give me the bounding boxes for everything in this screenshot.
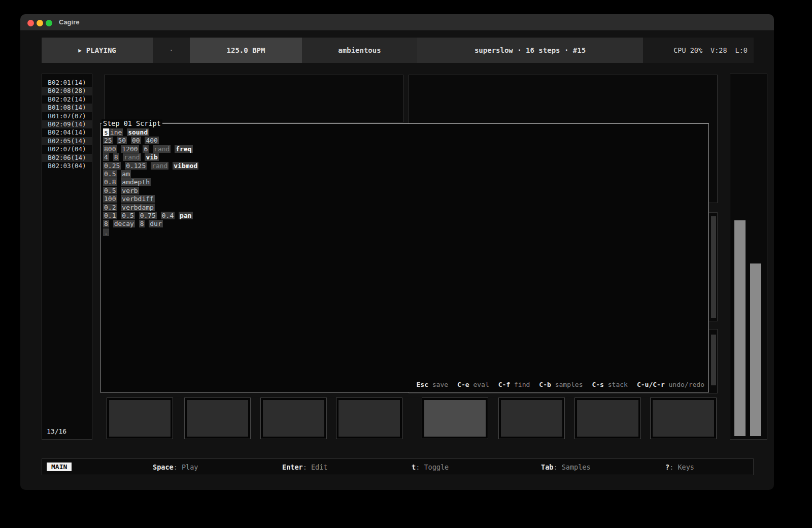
sample-item[interactable]: B02:01(14) — [42, 79, 92, 87]
keybinding-hint: Enter: Edit — [282, 463, 327, 471]
sample-item[interactable]: B01:08(14) — [42, 104, 92, 112]
step-cell[interactable] — [422, 398, 488, 439]
sample-item[interactable]: B02:07(04) — [42, 145, 92, 153]
keybinding-hint: t: Toggle — [412, 463, 449, 471]
script-token: am — [121, 170, 131, 178]
step-fill — [263, 400, 324, 437]
sample-item[interactable]: B01:07(07) — [42, 112, 92, 120]
minimize-window-icon[interactable] — [37, 20, 43, 26]
pattern-info[interactable]: superslow · 16 steps · #15 — [417, 38, 643, 63]
hint-desc: : Samples — [553, 463, 590, 471]
script-token: dur — [149, 220, 162, 227]
hint-desc: stack — [604, 381, 628, 388]
step-fill — [577, 400, 638, 437]
script-token: 0.5 — [121, 212, 134, 219]
script-token: 0.4 — [161, 212, 175, 219]
step-fill — [109, 400, 171, 437]
scrollbar[interactable] — [711, 216, 716, 318]
hint-desc: undo/redo — [665, 381, 704, 388]
close-window-icon[interactable] — [27, 20, 34, 26]
script-token: 00 — [131, 137, 141, 144]
script-line: 800 1200 6 rand freq — [103, 145, 703, 153]
script-token: 6 — [143, 145, 149, 153]
script-line: 0.5 am — [103, 170, 703, 178]
level-meter-left — [734, 220, 746, 436]
script-token: 4 — [103, 153, 109, 161]
script-token: 25 — [103, 137, 113, 144]
script-line: 0.2 verbdamp — [103, 204, 703, 212]
step-cell[interactable] — [650, 398, 717, 439]
level-meter-panel — [730, 74, 767, 440]
step-cell[interactable] — [336, 398, 402, 439]
sample-list: B02:01(14)B02:08(28)B02:02(14)B01:08(14)… — [42, 74, 92, 170]
sample-item[interactable]: B02:08(28) — [42, 87, 92, 95]
script-editor-modal: Step 01 Script sine sound25 50 00 400800… — [100, 123, 709, 392]
script-token: vibmod — [173, 162, 198, 170]
script-token: verbdiff — [121, 195, 155, 203]
step-cell[interactable] — [260, 398, 327, 439]
bpm-display[interactable]: 125.0 BPM — [190, 38, 302, 63]
hint-key: Enter — [282, 463, 303, 471]
sample-item[interactable]: B02:09(14) — [42, 120, 92, 128]
hint-desc: save — [428, 381, 448, 388]
hint-key: C-f — [498, 381, 510, 388]
script-line: 100 verbdiff — [103, 195, 703, 203]
zoom-window-icon[interactable] — [46, 20, 52, 26]
step-cell[interactable] — [184, 398, 251, 439]
script-token: 8 — [103, 220, 109, 227]
hint-desc: : Play — [174, 463, 198, 471]
app-window: Cagire ▶PLAYING · 125.0 BPM ambientous s… — [20, 14, 774, 490]
hint-desc: : Keys — [669, 463, 694, 471]
hint-key: Space — [153, 463, 174, 471]
script-line: 25 50 00 400 — [103, 137, 703, 145]
hint-key: ? — [665, 463, 669, 471]
sample-item[interactable]: B02:05(14) — [42, 137, 92, 145]
keybinding-hint: C-b samples — [539, 381, 583, 388]
script-token: 0.75 — [139, 212, 157, 219]
editor-keybinding-hints: Esc saveC-e evalC-f findC-b samplesC-s s… — [416, 381, 704, 388]
script-token: rand — [153, 145, 171, 153]
hint-desc: samples — [551, 381, 583, 388]
step-fill — [501, 400, 562, 437]
script-token: decay — [113, 220, 135, 227]
script-line: 4 8 rand vib — [103, 153, 703, 161]
sample-list-panel: B02:01(14)B02:08(28)B02:02(14)B01:08(14)… — [42, 74, 92, 440]
hint-desc: eval — [469, 381, 489, 388]
scrollbar[interactable] — [711, 335, 716, 385]
script-token: 50 — [117, 137, 127, 144]
step-fill — [424, 400, 486, 437]
sample-item[interactable]: B02:06(14) — [42, 154, 92, 162]
cpu-usage: CPU 20% — [673, 46, 702, 54]
script-token: 0.2 — [103, 204, 117, 211]
step-fill — [339, 400, 400, 437]
script-code[interactable]: sine sound25 50 00 400800 1200 6 rand fr… — [103, 128, 703, 237]
hint-key: C-b — [539, 381, 551, 388]
sample-item[interactable]: B02:04(14) — [42, 128, 92, 137]
script-token: 0.25 — [103, 162, 121, 170]
script-token: 8 — [113, 153, 119, 161]
script-token: 0.5 — [103, 187, 117, 194]
script-token: 0.125 — [125, 162, 147, 170]
sample-item[interactable]: B02:02(14) — [42, 95, 92, 104]
bottom-statusbar: MAIN Space: PlayEnter: Editt: ToggleTab:… — [42, 458, 754, 475]
script-token: vib — [145, 153, 158, 161]
step-cell[interactable] — [107, 398, 173, 439]
script-line: . — [103, 228, 703, 237]
step-cell[interactable] — [574, 398, 641, 439]
script-editor-title: Step 01 Script — [101, 119, 162, 127]
keybinding-hint: ?: Keys — [665, 463, 694, 471]
scene-name[interactable]: ambientous — [302, 38, 417, 63]
transport-statusbar: ▶PLAYING · 125.0 BPM ambientous superslo… — [42, 38, 754, 63]
step-cell[interactable] — [498, 398, 565, 439]
hint-key: Tab — [541, 463, 553, 471]
window-titlebar[interactable]: Cagire — [20, 14, 774, 31]
script-token: 400 — [145, 137, 158, 144]
script-token: pan — [179, 212, 192, 219]
sample-item[interactable]: B02:03(04) — [42, 162, 92, 170]
script-token: ine — [109, 128, 123, 136]
system-stats: CPU 20% V:28 L:0 — [643, 38, 754, 63]
transport-state[interactable]: ▶PLAYING — [42, 38, 153, 63]
play-icon: ▶ — [78, 47, 82, 54]
keybinding-hint: C-e eval — [457, 381, 489, 388]
script-line: 8 decay 8 dur — [103, 220, 703, 228]
